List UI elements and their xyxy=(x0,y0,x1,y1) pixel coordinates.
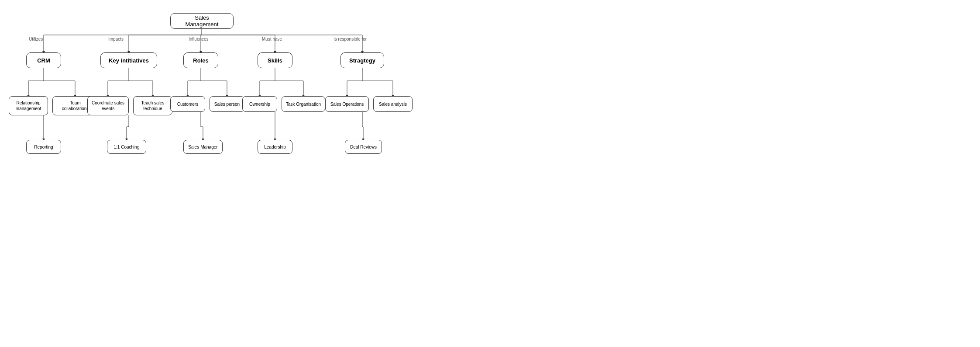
node-roles[interactable]: Roles xyxy=(183,52,218,68)
node-coaching-label: 1:1 Coaching xyxy=(114,144,140,150)
node-sales-manager-label: Sales Manager xyxy=(188,144,217,150)
node-teach-sales[interactable]: Teach salestechnique xyxy=(133,96,172,115)
node-salesperson-label: Sales person xyxy=(214,101,240,107)
node-strategy-label: Stragtegy xyxy=(349,57,375,64)
node-leadership[interactable]: Leadership xyxy=(258,140,292,154)
node-key-initiatives-label: Key intitiatives xyxy=(109,57,149,64)
node-roles-label: Roles xyxy=(193,57,208,64)
node-ownership-label: Ownership xyxy=(249,101,270,107)
node-key-initiatives[interactable]: Key intitiatives xyxy=(100,52,157,68)
node-crm-label: CRM xyxy=(37,57,50,64)
node-sales-analysis[interactable]: Sales analysis xyxy=(373,96,413,112)
node-task-organisation[interactable]: Task Organisation xyxy=(282,96,325,112)
diagram-container: Sales Management Utilizes Impacts Influe… xyxy=(0,0,980,347)
node-sales-operations-label: Sales Operations xyxy=(330,101,364,107)
node-teach-sales-label: Teach salestechnique xyxy=(141,100,165,111)
node-skills[interactable]: Skills xyxy=(258,52,292,68)
node-skills-label: Skills xyxy=(268,57,282,64)
node-coordinate-sales[interactable]: Coordinate salesevents xyxy=(87,96,129,115)
node-crm[interactable]: CRM xyxy=(26,52,61,68)
node-sales-management-label: Sales Management xyxy=(178,14,226,28)
edge-label-influences: Influences xyxy=(189,37,209,42)
node-sales-operations[interactable]: Sales Operations xyxy=(325,96,369,112)
node-reporting[interactable]: Reporting xyxy=(26,140,61,154)
node-coaching[interactable]: 1:1 Coaching xyxy=(107,140,146,154)
node-leadership-label: Leadership xyxy=(264,144,285,150)
edge-label-impacts: Impacts xyxy=(108,37,124,42)
node-relationship-management-label: Relationshipmanagement xyxy=(16,100,41,111)
edge-label-responsible: Is responsible for xyxy=(334,37,367,42)
node-sales-management[interactable]: Sales Management xyxy=(170,13,234,29)
node-ownership[interactable]: Ownership xyxy=(242,96,277,112)
node-customers-label: Customers xyxy=(177,101,198,107)
node-task-organisation-label: Task Organisation xyxy=(286,101,321,107)
node-sales-analysis-label: Sales analysis xyxy=(379,101,407,107)
node-deal-reviews-label: Deal Reviews xyxy=(350,144,377,150)
node-reporting-label: Reporting xyxy=(34,144,53,150)
node-coordinate-sales-label: Coordinate salesevents xyxy=(92,100,124,111)
node-deal-reviews[interactable]: Deal Reviews xyxy=(345,140,382,154)
node-relationship-management[interactable]: Relationshipmanagement xyxy=(9,96,48,115)
edge-label-utilizes: Utilizes xyxy=(29,37,43,42)
node-strategy[interactable]: Stragtegy xyxy=(340,52,384,68)
node-sales-manager[interactable]: Sales Manager xyxy=(183,140,223,154)
edge-label-musthave: Must have xyxy=(262,37,282,42)
node-salesperson[interactable]: Sales person xyxy=(210,96,244,112)
node-customers[interactable]: Customers xyxy=(170,96,205,112)
